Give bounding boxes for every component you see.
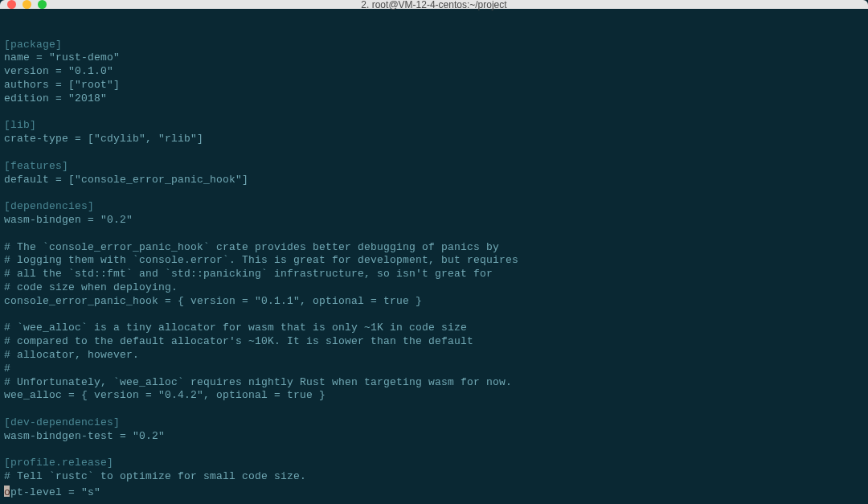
- code-line: [4, 309, 864, 322]
- code-line: # all the `std::fmt` and `std::panicking…: [4, 268, 864, 281]
- code-line: [4, 444, 864, 457]
- code-line: # Unfortunately, `wee_alloc` requires ni…: [4, 376, 864, 390]
- code-line: [4, 146, 864, 160]
- code-line: # logging them with `console.error`. Thi…: [4, 254, 864, 268]
- terminal-body[interactable]: [package]name = "rust-demo"version = "0.…: [0, 9, 868, 504]
- code-line: authors = ["root"]: [4, 79, 864, 92]
- code-line: [dev-dependencies]: [4, 416, 864, 430]
- code-line: [4, 106, 864, 120]
- code-line: version = "0.1.0": [4, 65, 864, 79]
- code-line: # `wee_alloc` is a tiny allocator for wa…: [4, 322, 864, 335]
- traffic-lights: [0, 0, 47, 9]
- code-line: crate-type = ["cdylib", "rlib"]: [4, 133, 864, 146]
- code-line: console_error_panic_hook = { version = "…: [4, 295, 864, 309]
- code-line: [4, 403, 864, 416]
- code-line: [4, 227, 864, 241]
- code-line: wasm-bindgen = "0.2": [4, 214, 864, 227]
- code-line: [features]: [4, 160, 864, 174]
- maximize-icon[interactable]: [38, 0, 47, 9]
- terminal-window: 2. root@VM-12-4-centos:~/project [packag…: [0, 0, 868, 504]
- code-line: [lib]: [4, 119, 864, 133]
- code-line: name = "rust-demo": [4, 51, 864, 65]
- code-line: [package]: [4, 39, 864, 52]
- code-line: # allocator, however.: [4, 349, 864, 363]
- code-line: [dependencies]: [4, 200, 864, 214]
- close-icon[interactable]: [7, 0, 16, 9]
- code-line: [4, 186, 864, 200]
- code-line: [profile.release]: [4, 457, 864, 470]
- code-line: edition = "2018": [4, 92, 864, 106]
- code-line: # compared to the default allocator's ~1…: [4, 335, 864, 349]
- code-line: # The `console_error_panic_hook` crate p…: [4, 241, 864, 255]
- code-line: # Tell `rustc` to optimize for small cod…: [4, 470, 864, 484]
- code-line: default = ["console_error_panic_hook"]: [4, 174, 864, 187]
- titlebar: 2. root@VM-12-4-centos:~/project: [0, 0, 868, 9]
- file-content: [package]name = "rust-demo"version = "0.…: [4, 39, 864, 498]
- code-line: # code size when deploying.: [4, 281, 864, 295]
- minimize-icon[interactable]: [23, 0, 31, 9]
- code-line: opt-level = "s": [4, 484, 864, 498]
- cursor: [4, 486, 10, 497]
- code-line: wee_alloc = { version = "0.4.2", optiona…: [4, 389, 864, 403]
- code-line: #: [4, 363, 864, 376]
- code-line: wasm-bindgen-test = "0.2": [4, 430, 864, 444]
